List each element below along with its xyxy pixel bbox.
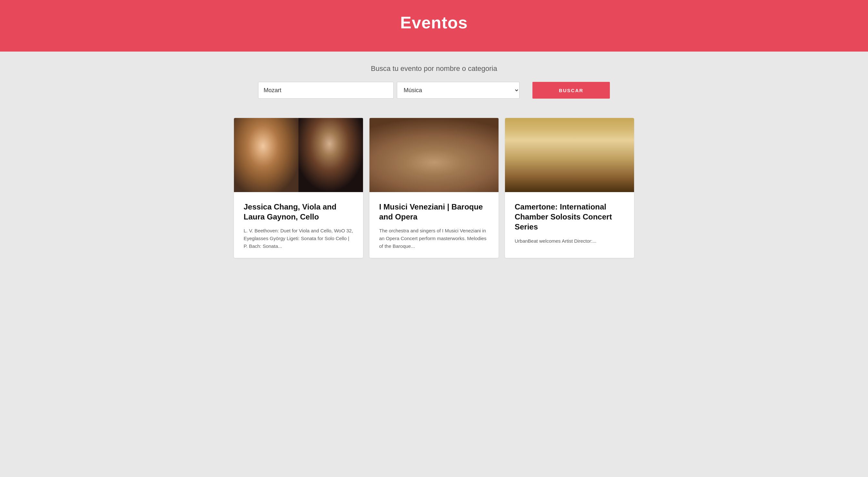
event-card-1[interactable]: Jessica Chang, Viola and Laura Gaynon, C…: [234, 118, 363, 258]
cards-section: Jessica Chang, Viola and Laura Gaynon, C…: [208, 108, 660, 277]
search-controls: Música Arte Teatro Danza Cine Literatura…: [240, 82, 628, 99]
search-section: Busca tu evento por nombre o categoria M…: [0, 52, 868, 108]
card-1-image: [234, 118, 363, 192]
event-card-2[interactable]: I Musici Veneziani | Baroque and Opera T…: [369, 118, 499, 258]
category-select[interactable]: Música Arte Teatro Danza Cine Literatura: [397, 82, 520, 99]
card-2-title: I Musici Veneziani | Baroque and Opera: [379, 202, 489, 222]
card-2-image: [369, 118, 499, 192]
card-1-title: Jessica Chang, Viola and Laura Gaynon, C…: [244, 202, 353, 222]
card-1-description: L. V. Beethoven: Duet for Viola and Cell…: [244, 227, 353, 250]
search-button[interactable]: BUSCAR: [532, 82, 610, 99]
card-3-image: [505, 118, 634, 192]
card-3-description: UrbanBeat welcomes Artist Director:...: [515, 237, 624, 245]
page-title: Eventos: [6, 13, 862, 32]
card-2-description: The orchestra and singers of I Musici Ve…: [379, 227, 489, 250]
card-3-title: Camertone: International Chamber Solosit…: [515, 202, 624, 232]
page-header: Eventos: [0, 0, 868, 52]
card-2-photo: [369, 118, 499, 192]
card-2-body: I Musici Veneziani | Baroque and Opera T…: [369, 192, 499, 258]
card-1-image-left: [234, 118, 299, 192]
search-label: Busca tu evento por nombre o categoria: [26, 64, 842, 73]
card-3-photo: [505, 118, 634, 192]
card-1-body: Jessica Chang, Viola and Laura Gaynon, C…: [234, 192, 363, 258]
event-card-3[interactable]: Camertone: International Chamber Solosit…: [505, 118, 634, 258]
search-input[interactable]: [258, 82, 394, 99]
card-1-image-right: [299, 118, 363, 192]
card-3-body: Camertone: International Chamber Solosit…: [505, 192, 634, 253]
